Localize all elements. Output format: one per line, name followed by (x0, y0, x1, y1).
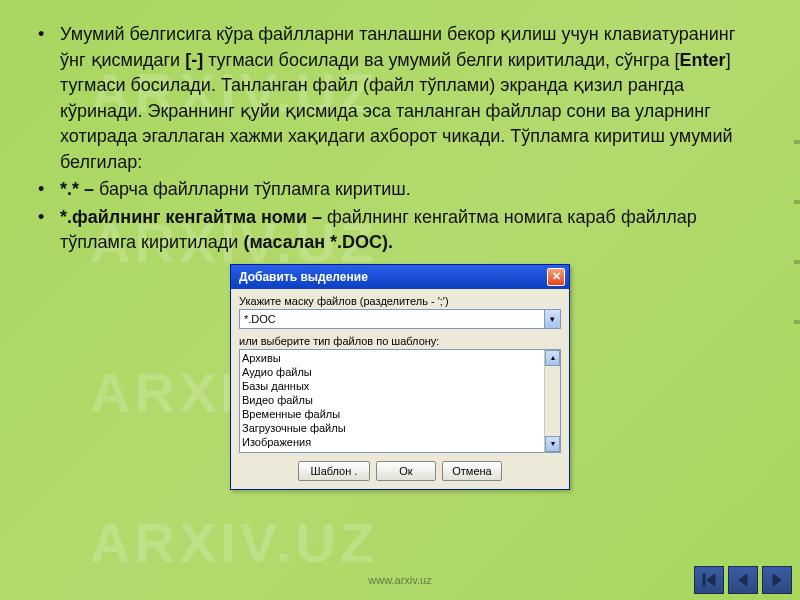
ok-button[interactable]: Ок (376, 461, 436, 481)
scroll-down-icon[interactable]: ▾ (545, 436, 560, 452)
list-item[interactable]: Изображения (242, 435, 558, 449)
list-item[interactable]: Видео файлы (242, 393, 558, 407)
scroll-up-icon[interactable]: ▴ (545, 350, 560, 366)
list-item[interactable]: Временные файлы (242, 407, 558, 421)
list-item[interactable]: Аудио файлы (242, 365, 558, 379)
bullet-item: *.файлнинг кенгайтма номи – файлнинг кен… (38, 205, 762, 256)
cancel-button[interactable]: Отмена (442, 461, 502, 481)
slide-nav (694, 566, 792, 594)
first-slide-button[interactable] (694, 566, 724, 594)
bullet-bold: [-] (185, 50, 203, 70)
template-label: или выберите тип файлов по шаблону: (239, 335, 561, 347)
footer-link[interactable]: www.arxiv.uz (368, 574, 431, 586)
svg-marker-0 (707, 574, 715, 586)
close-icon[interactable]: ✕ (547, 268, 565, 286)
bullet-bold: Enter (680, 50, 726, 70)
edge-tick (794, 260, 800, 264)
bullet-item: *.* – барча файлларни тўпламга киритиш. (38, 177, 762, 203)
first-icon (701, 572, 717, 588)
svg-marker-3 (773, 574, 781, 586)
chevron-down-icon[interactable]: ▾ (544, 310, 560, 328)
next-slide-button[interactable] (762, 566, 792, 594)
dialog-add-selection: Добавить выделение ✕ Укажите маску файло… (230, 264, 570, 490)
template-button[interactable]: Шаблон . (298, 461, 370, 481)
slide-text: Умумий белгисига кўра файлларни танлашни… (0, 0, 800, 256)
template-listbox[interactable]: Архивы Аудио файлы Базы данных Видео фай… (239, 349, 561, 453)
list-item[interactable]: Загрузочные файлы (242, 421, 558, 435)
mask-label: Укажите маску файлов (разделитель - ';') (239, 295, 561, 307)
dialog-titlebar[interactable]: Добавить выделение ✕ (231, 265, 569, 289)
prev-slide-button[interactable] (728, 566, 758, 594)
bullet-bold: *.* – (60, 179, 94, 199)
bullet-bold: *.файлнинг кенгайтма номи – (60, 207, 322, 227)
bullet-text: тугмаси босилади ва умумий белги киритил… (203, 50, 679, 70)
edge-tick (794, 320, 800, 324)
list-item[interactable]: Архивы (242, 351, 558, 365)
scrollbar[interactable]: ▴ ▾ (544, 350, 560, 452)
svg-rect-1 (703, 574, 705, 586)
list-item[interactable]: Базы данных (242, 379, 558, 393)
bullet-text: барча файлларни тўпламга киритиш. (94, 179, 411, 199)
mask-input[interactable] (239, 309, 561, 329)
dialog-title: Добавить выделение (239, 270, 368, 284)
watermark: ARXIV.UZ (90, 510, 378, 575)
bullet-item: Умумий белгисига кўра файлларни танлашни… (38, 22, 762, 175)
prev-icon (735, 572, 751, 588)
svg-marker-2 (739, 574, 747, 586)
bullet-bold: (масалан *.DOC). (243, 232, 393, 252)
next-icon (769, 572, 785, 588)
